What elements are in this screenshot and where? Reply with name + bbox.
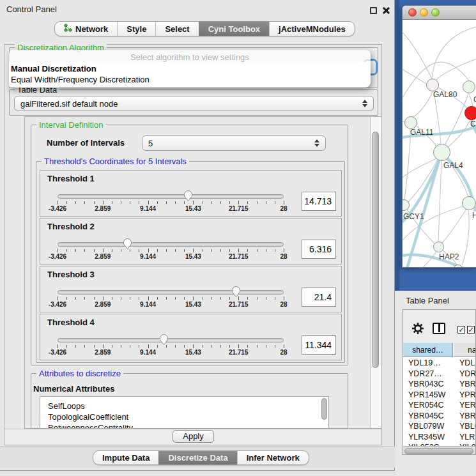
numerical-attributes-label: Numerical Attributes xyxy=(33,384,114,394)
zoom-traffic-light-icon[interactable] xyxy=(431,8,440,17)
slider-tick-label: 2.859 xyxy=(95,205,111,212)
network-node-hap2[interactable] xyxy=(433,242,444,252)
slider-tick xyxy=(166,201,167,204)
minimize-traffic-light-icon[interactable] xyxy=(420,8,428,17)
tab-jactivemnodules[interactable]: jActiveMNodules xyxy=(269,22,355,36)
table-row[interactable]: YBR043CYBR0 xyxy=(403,379,476,390)
network-node-label: G xyxy=(473,95,476,104)
algorithm-option-equal-width[interactable]: Equal Width/Frequency Discretization xyxy=(11,75,150,84)
network-node-h[interactable] xyxy=(462,196,476,210)
table-row[interactable]: YBR045CYBR0 xyxy=(403,411,476,422)
slider-tick xyxy=(94,297,95,300)
control-panel-window: Control Panel NetworkStyleSelectCyni Too… xyxy=(0,0,395,471)
slider-tick xyxy=(139,297,139,300)
threshold-slider-thumb[interactable] xyxy=(231,286,241,298)
close-icon[interactable] xyxy=(382,6,390,15)
algorithm-placeholder-option[interactable]: Select algorithm to view settings xyxy=(9,52,371,62)
table-horizontal-scrollbar[interactable] xyxy=(403,446,476,455)
slider-tick-label: 21.715 xyxy=(229,349,249,356)
threshold-slider-track[interactable] xyxy=(58,290,284,295)
network-node-label: C xyxy=(470,119,476,128)
threshold-value-field[interactable]: 21.4 xyxy=(302,288,336,307)
bottom-tab-bar: Impute DataDiscretize DataInfer Network xyxy=(93,450,309,465)
attribute-list-item[interactable]: TopologicalCoefficient xyxy=(40,411,328,422)
numerical-attributes-list[interactable]: SelfLoopsTopologicalCoefficientBetweenne… xyxy=(40,396,329,429)
slider-tick xyxy=(247,249,248,252)
table-data-combobox[interactable]: galFiltered.sif default node xyxy=(14,96,374,111)
slider-tick xyxy=(284,201,284,204)
tab-select[interactable]: Select xyxy=(155,22,198,36)
slider-tick xyxy=(148,201,149,204)
table-cell-name: YBR0 xyxy=(459,379,476,390)
slider-tick xyxy=(94,345,95,348)
table-header-shared-name[interactable]: shared… xyxy=(403,343,453,357)
checkbox-icon[interactable]: ✓ xyxy=(457,326,465,334)
number-of-intervals-combobox[interactable]: 5 xyxy=(142,135,326,151)
slider-tick xyxy=(211,345,212,348)
threshold-value-field[interactable]: 11.344 xyxy=(302,335,336,355)
threshold-value-field[interactable]: 6.316 xyxy=(302,240,336,259)
close-traffic-light-icon[interactable] xyxy=(408,8,417,17)
vertical-scrollbar[interactable] xyxy=(370,117,381,428)
slider-tick xyxy=(112,297,112,300)
tab-cyni-toolbox[interactable]: Cyni Toolbox xyxy=(199,22,269,36)
tab-network[interactable]: Network xyxy=(55,22,117,36)
bottom-tab-discretize-data[interactable]: Discretize Data xyxy=(158,451,236,464)
threshold-value-field[interactable]: 14.713 xyxy=(302,192,336,211)
interval-definition-title: Interval Definition xyxy=(36,120,105,130)
threshold-slider-thumb[interactable] xyxy=(183,190,193,202)
slider-tick-label: 15.43 xyxy=(185,205,201,212)
table-row[interactable]: YER054CYER0 xyxy=(403,400,476,411)
slider-tick xyxy=(275,201,275,204)
network-window-titlebar[interactable] xyxy=(403,6,476,20)
vertical-scrollbar-thumb[interactable] xyxy=(372,132,379,368)
table-row[interactable]: YLR345WYLR3 xyxy=(403,432,476,443)
threshold-slider-thumb[interactable] xyxy=(159,334,169,346)
network-node-gal11[interactable] xyxy=(404,116,417,129)
slider-tick-label: -3.426 xyxy=(49,205,66,212)
table-header-name[interactable]: na xyxy=(454,343,476,357)
threshold-slider-track[interactable] xyxy=(58,338,284,342)
table-cell-shared-name: YER054C xyxy=(408,400,444,411)
table-row[interactable]: YBL079WYBL0 xyxy=(403,421,476,432)
slider-tick-label: 28 xyxy=(280,205,287,212)
network-canvas[interactable]: GAL80GCGAL11GAL4GCY1HHAP2 xyxy=(403,20,476,268)
network-node-gal80[interactable] xyxy=(426,79,439,91)
algorithm-option-manual[interactable]: Manual Discretization xyxy=(11,64,96,73)
table-row[interactable]: YDR27…YDR2 xyxy=(403,369,476,380)
bottom-tab-label: Impute Data xyxy=(102,453,150,463)
slider-tick xyxy=(275,249,275,252)
threshold-slider-track[interactable] xyxy=(58,242,284,247)
network-node-c[interactable] xyxy=(464,106,476,120)
threshold-slider-thumb[interactable] xyxy=(123,238,132,250)
bottom-tab-impute-data[interactable]: Impute Data xyxy=(93,451,158,464)
slider-tick-label: 15.43 xyxy=(185,349,201,356)
attribute-list-item[interactable]: BetweennessCentrality xyxy=(40,422,328,429)
attribute-list-item[interactable]: SelfLoops xyxy=(40,401,328,411)
table-horizontal-scrollbar-thumb[interactable] xyxy=(404,448,473,454)
network-node-gal4[interactable] xyxy=(433,144,450,161)
top-tab-bar: NetworkStyleSelectCyni ToolboxjActiveMNo… xyxy=(54,21,355,36)
slider-tick xyxy=(121,345,121,348)
network-node-label: H xyxy=(472,211,476,220)
table-row[interactable]: YPR145WYPR1 xyxy=(403,390,476,401)
column-layout-icon[interactable] xyxy=(433,323,445,334)
gear-icon[interactable] xyxy=(411,322,424,337)
slider-tick xyxy=(112,201,112,204)
table-row[interactable]: YDL19…YDL1 xyxy=(403,358,476,369)
checkbox-icon[interactable]: ✓ xyxy=(467,326,475,334)
slider-tick xyxy=(184,345,185,348)
apply-button[interactable]: Apply xyxy=(173,430,214,443)
tab-label: Style xyxy=(127,24,146,34)
slider-tick-label: 2.859 xyxy=(95,301,111,308)
slider-tick xyxy=(193,296,194,300)
threshold-slider-track[interactable] xyxy=(58,194,284,199)
float-window-icon[interactable] xyxy=(370,7,377,14)
bottom-tab-infer-network[interactable]: Infer Network xyxy=(237,451,309,464)
network-node-g[interactable] xyxy=(463,81,475,93)
slider-tick xyxy=(121,201,121,204)
slider-tick xyxy=(247,297,248,300)
attributes-list-scrollbar-thumb[interactable] xyxy=(321,398,327,420)
tab-style[interactable]: Style xyxy=(117,22,155,36)
slider-tick xyxy=(148,249,149,252)
